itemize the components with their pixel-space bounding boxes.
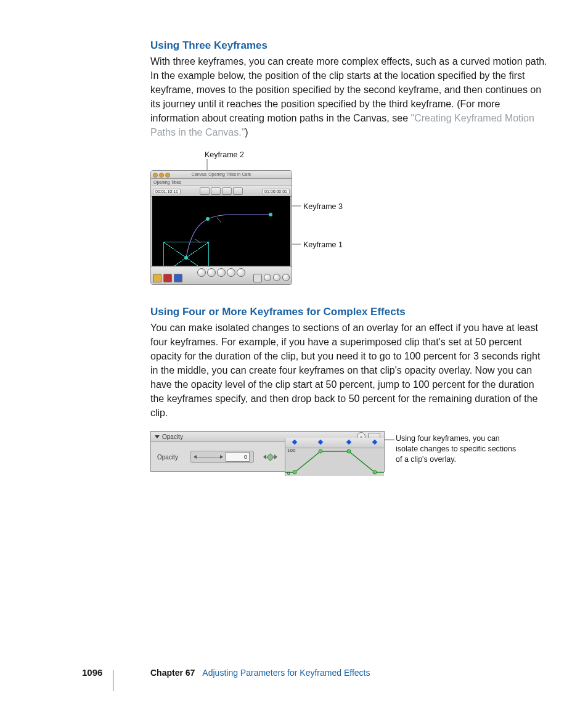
section1-body-b: ) [245,127,248,138]
svg-point-6 [319,449,322,453]
nav-button[interactable] [264,274,271,281]
svg-point-7 [347,449,351,453]
canvas-window: Canvas: Opening Titles in Cafe Opening T… [150,170,292,285]
callout-four-keyframes: Using four keyframes, you can isolate ch… [396,433,519,465]
svg-point-3 [206,217,210,221]
canvas-toolbar: 00:01:10:11 01:00:00:01 [151,186,292,197]
play-button[interactable] [217,268,226,277]
section-heading-three-keyframes: Using Three Keyframes [150,39,548,52]
keyframe-diamond-icon[interactable] [266,453,274,461]
svg-point-8 [373,470,377,474]
nav-button[interactable] [282,274,290,281]
transport-btn[interactable] [227,268,235,277]
svg-point-2 [184,256,188,260]
prev-keyframe-icon[interactable] [263,454,266,459]
section1-body: With three keyframes, you can create mor… [150,54,548,139]
view-buttons[interactable] [200,187,243,195]
section2-body: You can make isolated changes to section… [150,321,548,420]
marker-button[interactable] [174,274,182,282]
keyframe-marker[interactable] [292,440,297,445]
transport-btn[interactable] [197,268,206,277]
motion-path [152,196,290,266]
callout-leader [385,440,394,440]
nav-button[interactable] [273,274,280,281]
svg-point-4 [269,213,272,216]
opacity-header-label: Opacity [162,433,183,440]
mark-in-button[interactable] [153,274,161,282]
opacity-slider[interactable]: 0 [190,451,254,463]
scale-0: 0 [287,470,290,476]
chapter-number: Chapter 67 [150,668,195,678]
label-keyframe-3: Keyframe 3 [303,202,343,211]
opacity-value[interactable]: 0 [226,452,250,462]
canvas-viewport[interactable] [152,196,290,266]
opacity-graph: 100 0 [285,448,384,476]
window-controls[interactable] [153,173,170,178]
transport-btn[interactable] [237,268,245,277]
keyframe-marker[interactable] [318,440,323,445]
svg-point-5 [293,470,296,474]
keyframe-marker[interactable] [372,440,377,445]
timecode-left[interactable]: 00:01:10:11 [153,189,181,194]
label-keyframe-1: Keyframe 1 [303,240,343,249]
page-number: 1096 [82,667,102,678]
nav-button[interactable] [253,274,262,282]
mark-out-button[interactable] [163,274,172,282]
canvas-footer [151,266,292,284]
figure-three-keyframes: Keyframe 2 Keyframe 3 Keyframe 1 Canvas:… [150,150,372,292]
opacity-timeline[interactable]: 100 0 [285,438,384,476]
keyframe-marker[interactable] [346,440,351,445]
svg-line-1 [217,218,221,223]
chapter-title: Adjusting Parameters for Keyframed Effec… [202,668,370,678]
label-keyframe-2: Keyframe 2 [205,150,244,159]
canvas-titlebar: Canvas: Opening Titles in Cafe [151,171,292,179]
opacity-panel: Opacity × Opacity 0 [150,431,385,472]
timecode-right[interactable]: 01:00:00:01 [262,189,290,194]
figure-opacity-panel: Opacity × Opacity 0 [150,431,533,473]
disclosure-triangle-icon[interactable] [155,435,160,438]
footer-rule [113,670,113,691]
next-keyframe-icon[interactable] [274,454,277,459]
transport-btn[interactable] [207,268,216,277]
canvas-tab[interactable]: Opening Titles [151,179,292,186]
keyframe-nav[interactable] [258,454,282,460]
scale-100: 100 [287,448,295,453]
svg-line-0 [195,239,200,243]
section-heading-four-keyframes: Using Four or More Keyframes for Complex… [150,306,548,318]
opacity-row-label: Opacity [151,454,190,461]
